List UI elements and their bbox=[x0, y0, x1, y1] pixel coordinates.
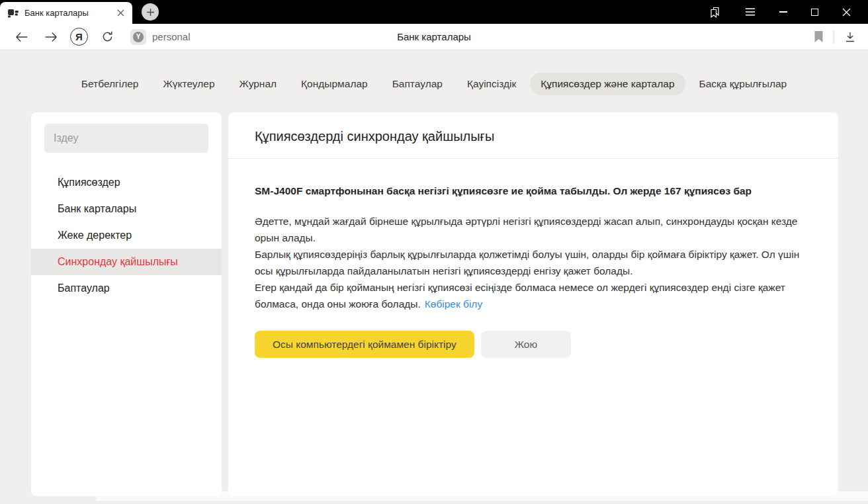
menu-icon[interactable] bbox=[745, 8, 756, 16]
description-paragraph: Барлық құпиясөздеріңіз барлық құрылғылар… bbox=[255, 246, 812, 279]
sidebar-item-settings[interactable]: Баптаулар bbox=[31, 275, 222, 302]
browser-tab[interactable]: Банк карталары bbox=[0, 2, 132, 24]
nav-item-history[interactable]: Журнал bbox=[229, 73, 288, 95]
bookmark-flag-icon[interactable] bbox=[814, 31, 824, 42]
search-box bbox=[44, 124, 208, 153]
protect-icon: Y bbox=[130, 29, 146, 45]
learn-more-link[interactable]: Көбірек білу bbox=[425, 298, 482, 310]
conflict-alert-title: SM-J400F смартфонынан басқа негізгі құпи… bbox=[255, 183, 791, 200]
settings-nav: Бетбелгілер Жүктеулер Журнал Қондырмалар… bbox=[0, 73, 868, 95]
conflict-description: Әдетте, мұндай жағдай бірнеше құрылғыда … bbox=[255, 213, 812, 312]
main-panel: Құпиясөздерді синхрондау қайшылығы SM-J4… bbox=[228, 112, 838, 496]
titlebar-controls bbox=[709, 6, 868, 19]
window-close-icon[interactable] bbox=[842, 8, 851, 17]
sidebar-item-personal-data[interactable]: Жеке деректер bbox=[31, 222, 222, 249]
yandex-logo-icon[interactable]: Я bbox=[70, 28, 88, 46]
nav-item-other-devices[interactable]: Басқа құрылғылар bbox=[689, 73, 798, 95]
sidebar: Құпиясөздер Банк карталары Жеке деректер… bbox=[31, 112, 222, 496]
forward-icon[interactable] bbox=[41, 31, 61, 43]
nav-item-passwords-cards[interactable]: Құпиясөздер және карталар bbox=[530, 73, 685, 95]
sidebar-item-sync-conflict[interactable]: Синхрондау қайшылығы bbox=[31, 249, 222, 275]
nav-item-settings[interactable]: Баптаулар bbox=[382, 73, 453, 95]
tab-title: Банк карталары bbox=[24, 8, 115, 18]
search-input[interactable] bbox=[44, 132, 208, 144]
description-paragraph: Әдетте, мұндай жағдай бірнеше құрылғыда … bbox=[255, 213, 812, 246]
browser-toolbar: Я Y personal Банк карталары bbox=[0, 24, 868, 50]
nav-item-bookmarks[interactable]: Бетбелгілер bbox=[71, 73, 150, 95]
nav-item-downloads[interactable]: Жүктеулер bbox=[152, 73, 225, 95]
description-paragraph: Егер қандай да бір қойманың негізгі құпи… bbox=[255, 279, 812, 312]
protect-badge-label: personal bbox=[152, 31, 191, 42]
refresh-icon[interactable] bbox=[97, 30, 117, 43]
nav-item-extensions[interactable]: Қондырмалар bbox=[290, 73, 378, 95]
bookmarks-panel-icon[interactable] bbox=[709, 6, 721, 19]
maximize-icon[interactable] bbox=[811, 9, 818, 16]
sidebar-item-passwords[interactable]: Құпиясөздер bbox=[31, 169, 222, 196]
section-heading: Құпиясөздерді синхрондау қайшылығы bbox=[255, 129, 812, 144]
action-buttons: Осы компьютердегі қоймамен біріктіру Жою bbox=[255, 331, 812, 358]
back-icon[interactable] bbox=[12, 31, 32, 43]
merge-vault-button[interactable]: Осы компьютердегі қоймамен біріктіру bbox=[255, 331, 474, 358]
delete-vault-button[interactable]: Жою bbox=[481, 331, 571, 358]
heading-divider bbox=[228, 158, 838, 159]
toolbar-divider bbox=[834, 30, 834, 44]
minimize-icon[interactable] bbox=[779, 11, 787, 12]
new-tab-button[interactable] bbox=[142, 3, 159, 21]
window-titlebar: Банк карталары bbox=[0, 0, 868, 24]
sidebar-item-bank-cards[interactable]: Банк карталары bbox=[31, 196, 222, 222]
tab-close-icon[interactable] bbox=[115, 8, 126, 19]
nav-item-security[interactable]: Қауіпсіздік bbox=[456, 73, 527, 95]
protect-badge[interactable]: Y personal bbox=[130, 29, 191, 45]
sidebar-list: Құпиясөздер Банк карталары Жеке деректер… bbox=[31, 169, 222, 302]
content-area: Құпиясөздер Банк карталары Жеке деректер… bbox=[31, 112, 838, 496]
key-icon bbox=[8, 8, 19, 19]
download-icon[interactable] bbox=[844, 31, 856, 43]
toolbar-right bbox=[814, 30, 856, 44]
